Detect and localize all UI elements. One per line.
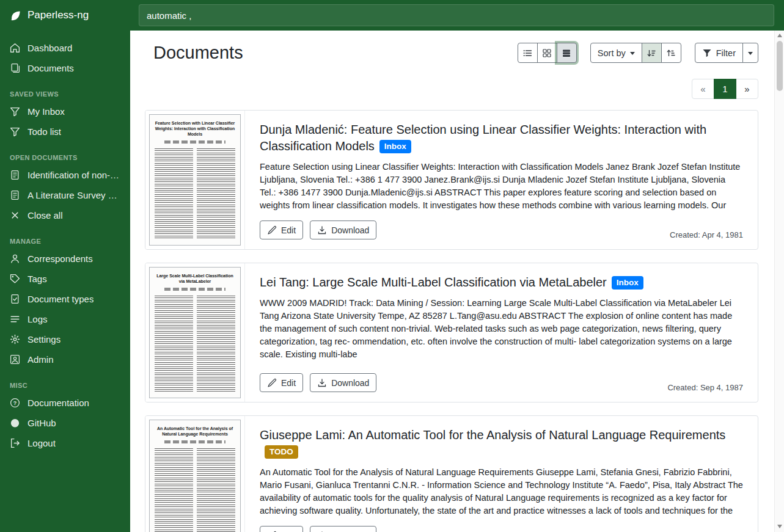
tag-badge[interactable]: Inbox: [379, 140, 411, 153]
sidebar-item-todo-list[interactable]: Todo list: [0, 122, 130, 142]
sort-by-dropdown[interactable]: Sort by: [590, 43, 642, 63]
pagination-page-1-button[interactable]: 1: [714, 79, 736, 99]
download-label: Download: [331, 225, 369, 235]
sidebar-item-close-all[interactable]: Close all: [0, 205, 130, 225]
file-check-icon: [10, 294, 20, 304]
thumbnail-text-column: [155, 296, 193, 393]
document-title-link[interactable]: Lei Tang: Large Scale Multi-Label Classi…: [260, 275, 607, 289]
sidebar-item-correspondents[interactable]: Correspondents: [0, 249, 130, 269]
thumbnail-title: An Automatic Tool for the Analysis of Na…: [155, 426, 235, 437]
paperless-logo-icon: [10, 10, 21, 21]
person-icon: [10, 253, 20, 264]
edit-button[interactable]: Edit: [260, 373, 303, 392]
sidebar-nav: Dashboard Documents SAVED VIEWS My Inbox…: [0, 31, 130, 453]
sidebar-item-label: Logs: [27, 314, 48, 324]
person-square-icon: [10, 354, 20, 365]
sidebar-item-logs[interactable]: Logs: [0, 309, 130, 329]
view-table-button[interactable]: [518, 43, 538, 63]
document-thumbnail[interactable]: Feature Selection with Linear Classifier…: [145, 111, 245, 249]
list-icon: [10, 314, 20, 324]
sidebar-item-label: Identification of non-fu…: [27, 170, 120, 180]
sidebar-item-label: Tags: [27, 274, 47, 284]
logout-icon: [10, 438, 20, 448]
filter-button[interactable]: Filter: [695, 43, 743, 63]
caret-down-icon: [748, 52, 753, 55]
created-date: Created: Apr 4, 1981: [670, 230, 743, 239]
view-grid-button[interactable]: [537, 43, 557, 63]
sidebar-item-github[interactable]: GitHub: [0, 413, 130, 433]
download-button[interactable]: Download: [310, 526, 376, 532]
download-button[interactable]: Download: [310, 373, 376, 392]
sidebar-item-label: Admin: [27, 354, 54, 365]
scrollbar-down-arrow-icon[interactable]: [777, 525, 782, 528]
funnel-icon: [10, 106, 20, 117]
files-icon: [10, 63, 20, 73]
document-excerpt: Feature Selection using Linear Classifie…: [260, 161, 743, 214]
document-title: Lei Tang: Large Scale Multi-Label Classi…: [260, 274, 743, 291]
sidebar-item-dashboard[interactable]: Dashboard: [0, 38, 130, 58]
created-date: Created: Sep 4, 1987: [667, 383, 743, 392]
pagination-previous-button[interactable]: «: [692, 79, 714, 99]
scrollbar-thumb[interactable]: [777, 41, 783, 91]
documents-toolbar: Sort by Filter: [518, 43, 758, 63]
pagination-next-button[interactable]: »: [736, 79, 758, 99]
filter-caret-button[interactable]: [742, 43, 758, 63]
thumbnail-text-column: [197, 448, 235, 532]
app-brand[interactable]: Paperless-ng: [0, 0, 130, 31]
sidebar: Paperless-ng Dashboard Documents SAVED V…: [0, 0, 130, 532]
edit-label: Edit: [281, 225, 296, 235]
sidebar-item-my-inbox[interactable]: My Inbox: [0, 101, 130, 122]
sidebar-item-documentation[interactable]: ? Documentation: [0, 393, 130, 413]
document-card-footer: Edit Download: [260, 520, 743, 532]
document-thumbnail[interactable]: An Automatic Tool for the Analysis of Na…: [145, 416, 245, 532]
sidebar-item-tags[interactable]: Tags: [0, 269, 130, 289]
sidebar-heading-manage: MANAGE: [0, 225, 130, 249]
sidebar-item-open-document-2[interactable]: A Literature Survey on …: [0, 185, 130, 205]
funnel-icon: [10, 126, 20, 137]
github-icon: [10, 418, 20, 428]
sidebar-item-documents[interactable]: Documents: [0, 58, 130, 78]
edit-button[interactable]: Edit: [260, 220, 303, 239]
caret-down-icon: [630, 52, 635, 55]
file-text-icon: [10, 190, 20, 200]
sort-descending-button[interactable]: [642, 43, 662, 63]
tag-badge[interactable]: Inbox: [612, 276, 643, 290]
sidebar-heading-open-documents: OPEN DOCUMENTS: [0, 142, 130, 165]
sidebar-item-document-types[interactable]: Document types: [0, 289, 130, 309]
sidebar-item-admin[interactable]: Admin: [0, 349, 130, 370]
sidebar-item-settings[interactable]: Settings: [0, 329, 130, 349]
main-column: Documents: [130, 0, 784, 532]
view-toggle-group: [518, 43, 577, 63]
tag-badge[interactable]: TODO: [265, 445, 298, 459]
sidebar-item-logout[interactable]: Logout: [0, 433, 130, 453]
document-card-body: Giuseppe Lami: An Automatic Tool for the…: [245, 416, 758, 532]
thumbnail-byline: [164, 440, 225, 443]
sort-ascending-button[interactable]: [661, 43, 681, 63]
download-label: Download: [331, 378, 369, 388]
document-thumbnail[interactable]: Large Scale Multi-Label Classification v…: [145, 263, 245, 402]
close-icon: [10, 210, 20, 220]
list-view-icon: [522, 48, 532, 58]
scrollbar-up-arrow-icon[interactable]: [777, 34, 782, 37]
view-details-button[interactable]: [557, 43, 577, 63]
thumbnail-text-columns: [155, 148, 235, 240]
sort-by-label: Sort by: [598, 48, 626, 58]
document-card-footer: Edit Download Created: Sep 4, 1987: [260, 367, 743, 392]
sidebar-item-label: A Literature Survey on …: [27, 190, 120, 200]
sidebar-item-label: Settings: [27, 334, 60, 344]
thumbnail-title: Feature Selection with Linear Classifier…: [155, 120, 235, 137]
search-input[interactable]: [139, 4, 774, 26]
sidebar-item-label: Logout: [27, 438, 56, 448]
edit-button[interactable]: Edit: [260, 526, 303, 532]
document-title-link[interactable]: Giuseppe Lami: An Automatic Tool for the…: [260, 428, 725, 442]
download-icon: [317, 225, 327, 235]
question-circle-icon: ?: [10, 398, 20, 408]
document-title-link[interactable]: Dunja Mladenić: Feature Selection using …: [260, 123, 706, 153]
sort-group: Sort by: [590, 43, 681, 63]
sidebar-heading-misc: MISC: [0, 370, 130, 393]
scrollbar[interactable]: [774, 31, 784, 532]
thumbnail-text-column: [155, 148, 193, 240]
sidebar-item-open-document-1[interactable]: Identification of non-fu…: [0, 165, 130, 185]
download-button[interactable]: Download: [310, 220, 376, 239]
thumbnail-title: Large Scale Multi-Label Classification v…: [155, 273, 235, 284]
